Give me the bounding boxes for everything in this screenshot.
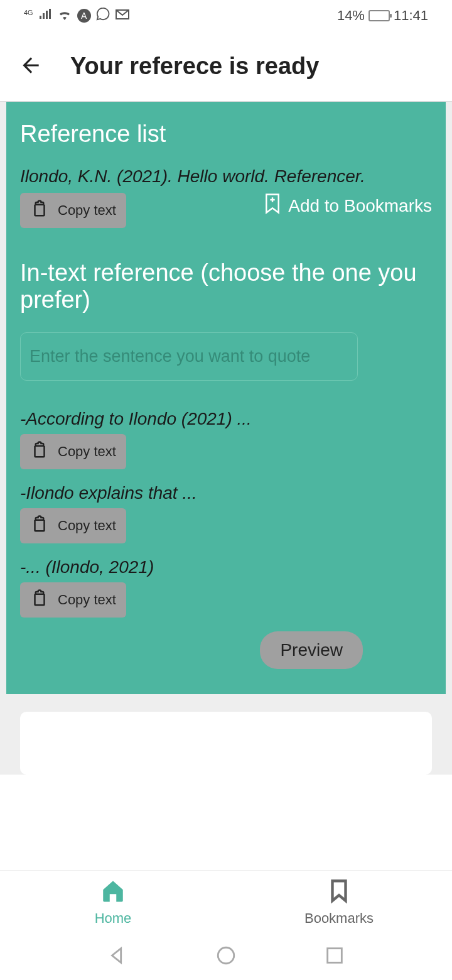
empty-card (20, 712, 432, 775)
intext-option: -... (Ilondo, 2021) Copy text (20, 557, 432, 618)
bookmark-icon (326, 878, 352, 908)
intext-text: -Ilondo explains that ... (20, 483, 432, 503)
sys-back-icon[interactable] (107, 945, 128, 969)
sys-recent-icon[interactable] (324, 945, 345, 969)
clipboard-icon (30, 440, 49, 463)
reference-entry: Ilondo, K.N. (2021). Hello world. Refere… (20, 166, 432, 187)
clipboard-icon (30, 199, 49, 222)
nav-label: Home (95, 910, 132, 927)
intext-text: -... (Ilondo, 2021) (20, 557, 432, 577)
copy-label: Copy text (58, 202, 116, 219)
system-nav-bar (0, 933, 452, 980)
reference-card: Reference list Ilondo, K.N. (2021). Hell… (6, 102, 446, 694)
svg-rect-1 (328, 948, 342, 962)
wifi-icon (57, 8, 72, 24)
bookmark-label: Add to Bookmarks (288, 196, 432, 216)
content-area: Reference list Ilondo, K.N. (2021). Hell… (0, 102, 452, 775)
status-bar: 4G A 14% 11:41 (0, 0, 452, 31)
clipboard-icon (30, 589, 49, 611)
intext-option: -According to Ilondo (2021) ... Copy tex… (20, 409, 432, 469)
nav-label: Bookmarks (304, 910, 374, 927)
gmail-icon (115, 8, 130, 24)
status-right: 14% 11:41 (337, 8, 428, 24)
battery-percent: 14% (337, 8, 365, 24)
intext-option: -Ilondo explains that ... Copy text (20, 483, 432, 543)
app-icon-1: A (77, 9, 91, 23)
bottom-nav: Home Bookmarks (0, 870, 452, 933)
clock: 11:41 (394, 8, 428, 24)
reference-list-title: Reference list (20, 121, 432, 148)
app-bar: Your referece is ready (0, 31, 452, 102)
network-indicator: 4G (24, 9, 33, 16)
copy-label: Copy text (58, 444, 116, 460)
sys-home-icon[interactable] (215, 945, 237, 969)
copy-label: Copy text (58, 592, 116, 608)
battery-icon (369, 10, 390, 21)
back-button[interactable] (19, 53, 43, 80)
bookmark-add-icon (263, 193, 282, 219)
preview-button[interactable]: Preview (260, 631, 363, 669)
clipboard-icon (30, 514, 49, 537)
nav-home[interactable]: Home (0, 871, 226, 933)
copy-reference-button[interactable]: Copy text (20, 193, 126, 228)
whatsapp-icon (96, 7, 110, 24)
intext-title: In-text reference (choose the one you pr… (20, 259, 432, 313)
signal-icon (38, 8, 52, 24)
copy-label: Copy text (58, 518, 116, 534)
nav-bookmarks[interactable]: Bookmarks (226, 871, 452, 933)
quote-input[interactable] (20, 332, 358, 381)
copy-intext-button[interactable]: Copy text (20, 434, 126, 469)
home-icon (100, 878, 126, 908)
copy-intext-button[interactable]: Copy text (20, 582, 126, 618)
page-title: Your referece is ready (70, 53, 319, 80)
add-bookmark-button[interactable]: Add to Bookmarks (263, 193, 432, 219)
status-left: 4G A (24, 7, 130, 24)
svg-point-0 (218, 947, 234, 964)
intext-text: -According to Ilondo (2021) ... (20, 409, 432, 429)
copy-intext-button[interactable]: Copy text (20, 508, 126, 543)
